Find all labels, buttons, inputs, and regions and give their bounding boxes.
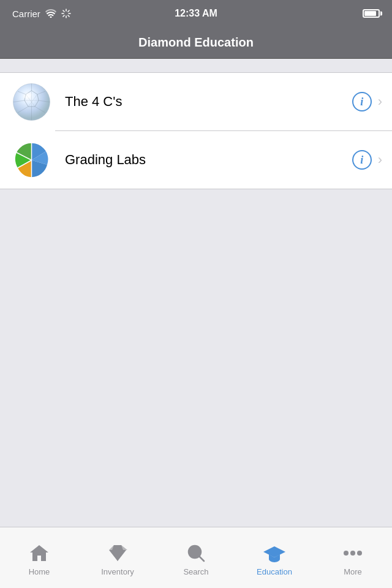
svg-point-25 — [357, 551, 362, 556]
wifi-icon — [45, 9, 56, 18]
home-icon — [28, 542, 50, 564]
status-bar-time: 12:33 AM — [175, 8, 217, 19]
activity-icon — [61, 9, 71, 18]
svg-point-24 — [350, 551, 355, 556]
tab-home[interactable]: Home — [0, 527, 78, 588]
svg-line-21 — [199, 556, 204, 561]
four-cs-label: The 4 C's — [65, 94, 352, 110]
grading-labs-chevron: › — [378, 152, 382, 168]
status-bar: Carrier 12:33 AM — [0, 0, 392, 27]
section-gap-top — [0, 59, 392, 72]
four-cs-info-button[interactable]: i — [352, 92, 372, 111]
grading-labs-icon — [10, 138, 53, 181]
grading-labs-info-button[interactable]: i — [352, 150, 372, 170]
tab-search[interactable]: Search — [157, 527, 235, 588]
inventory-icon — [107, 542, 129, 564]
status-bar-right — [363, 9, 380, 18]
tab-inventory-label: Inventory — [101, 567, 134, 576]
more-icon — [342, 542, 364, 564]
tab-home-label: Home — [29, 567, 50, 576]
battery-icon — [363, 9, 380, 18]
search-icon — [185, 542, 207, 564]
content-area: The 4 C's i › — [0, 59, 392, 422]
four-cs-chevron: › — [378, 94, 382, 110]
svg-point-23 — [344, 551, 349, 556]
tab-education-label: Education — [257, 567, 292, 576]
row-four-cs[interactable]: The 4 C's i › — [0, 73, 392, 130]
table-section: The 4 C's i › — [0, 72, 392, 189]
tab-search-label: Search — [183, 567, 208, 576]
education-icon — [263, 542, 285, 564]
tab-inventory[interactable]: Inventory — [78, 527, 157, 588]
grading-labs-actions: i › — [352, 150, 382, 170]
grading-labs-label: Grading Labs — [65, 152, 352, 168]
four-cs-icon — [10, 80, 53, 123]
nav-bar: Diamond Education — [0, 27, 392, 59]
pie-chart-svg — [12, 140, 51, 180]
tab-more-label: More — [344, 567, 362, 576]
svg-marker-22 — [263, 546, 285, 557]
tab-more[interactable]: More — [314, 527, 392, 588]
four-cs-actions: i › — [352, 92, 382, 111]
row-grading-labs[interactable]: Grading Labs i › — [0, 131, 392, 189]
nav-title: Diamond Education — [138, 36, 254, 50]
tab-education[interactable]: Education — [235, 527, 314, 588]
status-bar-left: Carrier — [12, 9, 71, 19]
carrier-label: Carrier — [12, 9, 40, 19]
empty-area — [0, 189, 392, 422]
tab-bar: Home Inventory Search — [0, 527, 392, 588]
diamond-gem-svg — [12, 82, 51, 122]
